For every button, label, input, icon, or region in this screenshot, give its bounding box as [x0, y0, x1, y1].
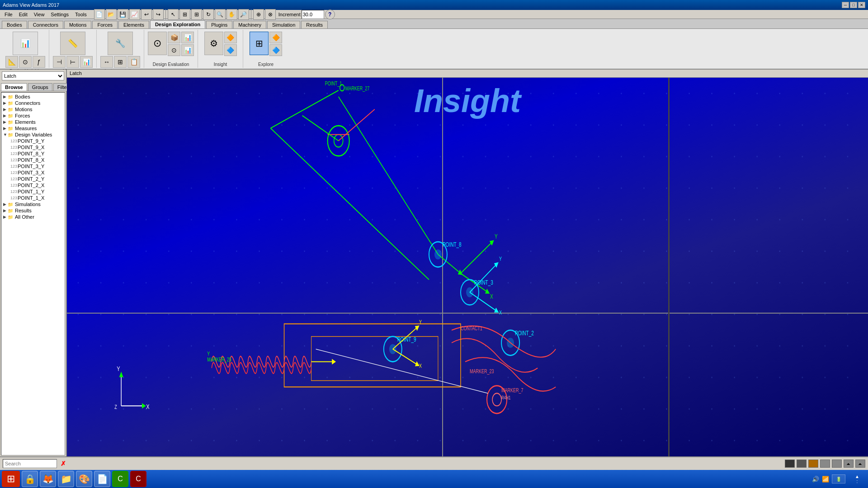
menu-tools[interactable]: Tools	[72, 11, 90, 18]
taskbar-acrobat[interactable]: 📄	[94, 471, 110, 487]
insight-icon2[interactable]: 🔶	[224, 32, 237, 43]
taskbar-app-green[interactable]: C	[112, 471, 128, 487]
design-var-icon1[interactable]: 📊	[13, 32, 38, 55]
toolbar-query[interactable]: ⊞	[179, 9, 190, 20]
inst-icon1[interactable]: 🔧	[108, 32, 133, 55]
toggle-forces[interactable]: ▶	[3, 113, 8, 118]
display-icon7[interactable]: ⏶	[855, 460, 865, 468]
maximize-button[interactable]: □	[850, 2, 857, 8]
menu-settings[interactable]: Settings	[48, 11, 71, 18]
tree-item-results[interactable]: ▶ 📁 Results	[2, 207, 64, 214]
panel-select[interactable]: Latch	[2, 71, 64, 80]
dv-point2x[interactable]: 123 POINT_2_X	[9, 182, 64, 188]
toggle-measures[interactable]: ▶	[3, 126, 8, 131]
toolbar-zoom[interactable]: 🔍	[215, 9, 226, 20]
explore-icon1[interactable]: ⊞	[250, 32, 269, 55]
tree-item-all-other[interactable]: ▶ 📁 All Other	[2, 214, 64, 220]
tree-item-measures[interactable]: ▶ 📁 Measures	[2, 125, 64, 131]
start-button[interactable]: ⊞	[2, 471, 20, 487]
design-var-icon3[interactable]: ⊙	[19, 56, 32, 68]
toolbar-pan[interactable]: ✋	[226, 9, 237, 20]
explore-icon3[interactable]: 🔷	[269, 44, 282, 56]
inst-icon4[interactable]: 📋	[127, 56, 140, 68]
design-var-icon4[interactable]: ƒ	[33, 56, 45, 68]
tree-item-design-variables[interactable]: ▼ 📁 Design Variables	[2, 131, 64, 138]
measures-icon3[interactable]: ⊢	[66, 56, 79, 68]
tab-elements[interactable]: Elements	[118, 21, 149, 28]
taskbar-battery[interactable]: 🔋	[832, 474, 845, 483]
inst-icon2[interactable]: ↔	[100, 56, 113, 68]
toggle-elements[interactable]: ▶	[3, 120, 8, 124]
dv-point8y[interactable]: 123 POINT_8_Y	[9, 150, 64, 157]
explore-icon2[interactable]: 🔶	[269, 32, 282, 43]
tab-groups[interactable]: Groups	[28, 83, 52, 91]
dv-point3y[interactable]: 123 POINT_3_Y	[9, 163, 64, 169]
dv-point1y[interactable]: 123 POINT_1_Y	[9, 188, 64, 195]
toolbar-redo[interactable]: ↪	[153, 9, 164, 20]
tab-forces[interactable]: Forces	[92, 21, 118, 28]
taskbar-lock-app[interactable]: 🔒	[22, 471, 38, 487]
toolbar-grid[interactable]: ⊞	[191, 9, 202, 20]
display-icon5[interactable]	[832, 460, 842, 468]
toolbar-undo[interactable]: ↩	[141, 9, 152, 20]
toggle-design-variables[interactable]: ▼	[3, 132, 8, 137]
toolbar-curve[interactable]: 📈	[129, 9, 140, 20]
dv-point3x[interactable]: 123 POINT_3_X	[9, 169, 64, 176]
dv-point9y[interactable]: 123 POINT_9_Y	[9, 138, 64, 144]
viewport[interactable]: Insight	[67, 78, 868, 456]
toggle-connectors[interactable]: ▶	[3, 101, 8, 105]
toolbar-select[interactable]: ↖	[168, 9, 179, 20]
increment-input[interactable]	[302, 10, 324, 19]
help-button[interactable]: ?	[325, 9, 335, 19]
measures-icon4[interactable]: 📊	[80, 56, 93, 68]
tab-bodies[interactable]: Bodies	[2, 21, 27, 28]
toolbar-rotate[interactable]: ↻	[203, 9, 214, 20]
tab-plugins[interactable]: Plugins	[206, 21, 232, 28]
tab-machinery[interactable]: Machinery	[233, 21, 266, 28]
insight-icon3[interactable]: 🔷	[224, 44, 237, 56]
measures-icon2[interactable]: ⊣	[53, 56, 66, 68]
dv-point9x[interactable]: 123 POINT_9_X	[9, 144, 64, 150]
tree-item-connectors[interactable]: ▶ 📁 Connectors	[2, 100, 64, 106]
toolbar-target[interactable]: ⊕	[253, 9, 264, 20]
menu-view[interactable]: View	[31, 11, 47, 18]
taskbar-clock[interactable]: ▲ :	[848, 474, 866, 484]
display-icon3[interactable]	[808, 460, 818, 468]
toolbar-joint[interactable]: ⊗	[265, 9, 276, 20]
tab-browse[interactable]: Browse	[1, 83, 27, 91]
tab-simulation[interactable]: Simulation	[267, 21, 300, 28]
close-button[interactable]: ✕	[858, 2, 865, 8]
toggle-simulations[interactable]: ▶	[3, 202, 8, 206]
toolbar-fit[interactable]: 🔎	[238, 9, 249, 20]
tree-item-motions[interactable]: ▶ 📁 Motions	[2, 106, 64, 113]
dv-point8x[interactable]: 123 POINT_8_X	[9, 157, 64, 163]
display-icon6[interactable]: ⏶	[844, 460, 854, 468]
taskbar-explorer[interactable]: 📁	[58, 471, 74, 487]
toolbar-open[interactable]: 📂	[106, 9, 117, 20]
display-icon1[interactable]	[785, 460, 795, 468]
tree-item-elements[interactable]: ▶ 📁 Elements	[2, 119, 64, 125]
minimize-button[interactable]: ─	[842, 2, 849, 8]
taskbar-network-icon[interactable]: 📶	[822, 476, 829, 483]
dv-point2y[interactable]: 123 POINT_2_Y	[9, 176, 64, 182]
tab-results[interactable]: Results	[301, 21, 328, 28]
taskbar-app-red[interactable]: C	[130, 471, 146, 487]
de-icon1[interactable]: ⊙	[148, 32, 167, 55]
inst-icon3[interactable]: ⊞	[114, 56, 127, 68]
tab-connectors[interactable]: Connectors	[28, 21, 63, 28]
insight-icon1[interactable]: ⚙	[204, 32, 223, 55]
display-icon2[interactable]	[797, 460, 807, 468]
search-input[interactable]	[3, 459, 57, 468]
display-icon4[interactable]	[820, 460, 830, 468]
measures-icon1[interactable]: 📏	[60, 32, 85, 55]
toolbar-new[interactable]: 📄	[94, 9, 105, 20]
toggle-results[interactable]: ▶	[3, 208, 8, 213]
tree-item-simulations[interactable]: ▶ 📁 Simulations	[2, 201, 64, 207]
tab-motions[interactable]: Motions	[64, 21, 92, 28]
menu-file[interactable]: File	[2, 11, 15, 18]
taskbar-firefox[interactable]: 🦊	[40, 471, 56, 487]
toggle-all-other[interactable]: ▶	[3, 215, 8, 219]
de-icon5[interactable]: 📊	[181, 44, 194, 56]
dv-point1x[interactable]: 123 POINT_1_X	[9, 195, 64, 201]
de-icon2[interactable]: 📦	[168, 32, 180, 43]
